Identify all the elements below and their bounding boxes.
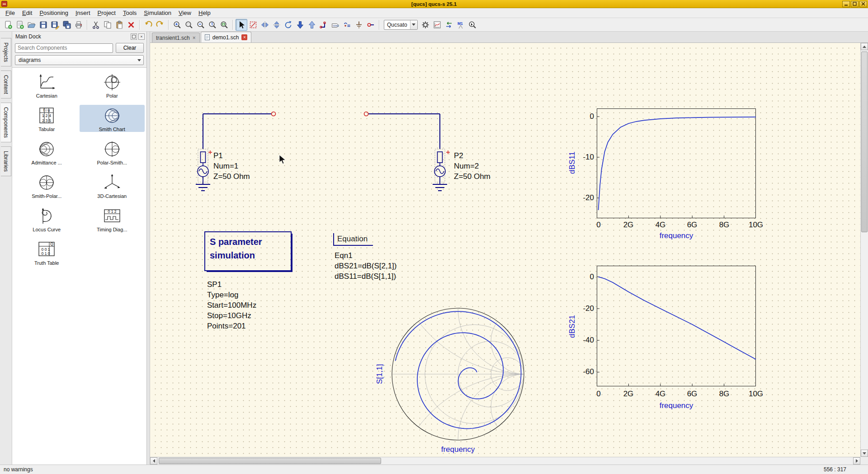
scroll-right-icon[interactable] [853,457,860,465]
new-document-icon[interactable] [2,19,14,31]
subcircuit-exit-icon[interactable] [306,19,318,31]
smith-chart-diagram[interactable] [390,306,526,442]
insert-wire-label-icon[interactable]: NAME [330,19,341,31]
port-p2-symbol[interactable] [359,108,457,201]
x-axis-label: frequency [597,231,756,240]
zoom-cursor-icon[interactable] [467,19,478,31]
zoom-reset-icon[interactable] [207,19,218,31]
component-item-polar-smith[interactable]: Polar-Smith... [80,138,145,165]
simulator-select[interactable]: Qucsato [384,20,418,30]
port-impedance: Z=50 Ohm [213,171,250,182]
delete-icon[interactable] [125,19,137,31]
menu-tools[interactable]: Tools [119,9,140,18]
menu-insert[interactable]: Insert [72,9,94,18]
activate-deactivate-icon[interactable] [247,19,259,31]
tab-close-icon[interactable]: × [193,35,196,41]
zoom-window-icon[interactable] [183,19,195,31]
sidebar-tab-components[interactable]: Components [1,103,11,142]
window-title: [qucs] qucs-s 25.1 [0,1,868,7]
subcircuit-enter-icon[interactable] [294,19,306,31]
equation-block[interactable]: Equation [333,233,373,246]
dock-close-icon[interactable]: × [138,33,145,40]
component-item-smith-chart[interactable]: Smith Chart [80,105,145,132]
pointer-icon[interactable] [236,19,247,31]
insert-wire-icon[interactable] [318,19,330,31]
sidebar-tab-projects[interactable]: Projects [1,38,11,66]
port-p2-labels[interactable]: P2 Num=2 Z=50 Ohm [454,150,491,182]
component-item-cartesian[interactable]: Cartesian [14,71,80,99]
menu-simulation[interactable]: Simulation [140,9,175,18]
plot-dbs21[interactable]: 0 -20 -40 -60 0 2G 4G 6G 8G 10G dBS21 fr… [597,266,756,386]
port-p1-labels[interactable]: P1 Num=1 Z=50 Ohm [213,150,250,182]
scroll-left-icon[interactable] [150,457,157,465]
maximize-icon[interactable] [851,1,859,7]
horizontal-scrollbar-handle[interactable] [159,458,381,464]
insert-equation-icon[interactable] [341,19,353,31]
minimize-icon[interactable] [842,1,850,7]
menu-project[interactable]: Project [94,9,119,18]
menu-help[interactable]: Help [195,9,214,18]
component-item-3d-cartesian[interactable]: 3D-Cartesian [80,172,145,199]
menu-positioning[interactable]: Positioning [36,9,72,18]
dock-float-icon[interactable] [131,33,137,40]
component-item-timing-diagram[interactable]: 0 1 2 Timing Diag... [80,205,145,232]
vertical-scrollbar-handle[interactable] [861,52,868,232]
zoom-out-icon[interactable] [195,19,207,31]
new-text-icon[interactable] [14,19,26,31]
mirror-x-icon[interactable] [271,19,283,31]
clear-button[interactable]: Clear [116,43,144,53]
open-icon[interactable] [26,19,38,31]
redo-icon[interactable] [154,19,166,31]
search-row: Clear [12,42,146,55]
y-tick-label: -20 [572,193,594,202]
toggle-view-icon[interactable] [443,19,455,31]
component-item-locus-curve[interactable]: Locus Curve [14,205,80,232]
insert-port-icon[interactable] [365,19,377,31]
save-as-icon[interactable] [49,19,61,31]
category-select[interactable]: diagrams [15,55,144,65]
polar-icon [102,72,122,92]
sidebar-tab-content[interactable]: Content [1,70,11,99]
component-item-smith-polar[interactable]: Smith-Polar... [14,172,80,199]
sidebar-tab-libraries[interactable]: Libraries [1,146,11,176]
tabular-icon: f i u 1 2 4 2 3 5 [37,106,57,126]
vertical-scrollbar[interactable] [860,43,868,457]
view-data-icon[interactable] [431,19,443,31]
dock-splitter[interactable] [147,32,150,465]
component-item-truth-table[interactable]: Q 0 0 1 0 1 0 Truth Table [14,239,80,266]
close-icon[interactable] [859,1,867,7]
component-item-tabular[interactable]: f i u 1 2 4 2 3 5 Tabular [14,105,80,132]
zoom-in-icon[interactable] [171,19,183,31]
horizontal-scrollbar[interactable] [150,457,860,465]
schematic-canvas[interactable]: P1 Num=1 Z=50 Ohm P2 [150,43,860,457]
s-parameter-simulation-box[interactable]: S parameter simulation [204,231,292,271]
tab-demo1[interactable]: demo1.sch × [201,32,252,42]
save-all-icon[interactable] [61,19,73,31]
cut-icon[interactable] [90,19,102,31]
menu-view[interactable]: View [175,9,195,18]
scroll-up-icon[interactable] [861,43,868,50]
tab-transient1[interactable]: transient1.sch × [152,33,200,42]
mirror-y-icon[interactable] [259,19,271,31]
menu-edit[interactable]: Edit [19,9,36,18]
plot-dbs11[interactable]: 0 -10 -20 0 2G 4G 6G 8G 10G dBS11 freque… [597,108,756,218]
simulate-icon[interactable] [420,19,431,31]
copy-icon[interactable] [102,19,113,31]
search-input[interactable] [15,43,113,53]
save-icon[interactable] [38,19,49,31]
print-icon[interactable] [73,19,85,31]
menu-file[interactable]: File [2,9,19,18]
marker-icon[interactable]: M1 [455,19,467,31]
insert-ground-icon[interactable] [353,19,365,31]
equation-lines[interactable]: Eqn1 dBS21=dB(S[2,1]) dBS11=dB(S[1,1]) [335,250,397,282]
paste-icon[interactable] [113,19,125,31]
component-item-admittance-smith[interactable]: Admittance ... [14,138,80,165]
rotate-icon[interactable] [283,19,294,31]
tabular-icon-row: f i u [43,108,50,113]
undo-icon[interactable] [142,19,154,31]
simulation-properties[interactable]: SP1 Type=log Start=100MHz Stop=10GHz Poi… [207,279,256,331]
tab-close-icon[interactable]: × [241,34,247,40]
scroll-down-icon[interactable] [861,450,868,457]
component-item-polar[interactable]: Polar [80,71,145,99]
zoom-fit-icon[interactable] [218,19,230,31]
